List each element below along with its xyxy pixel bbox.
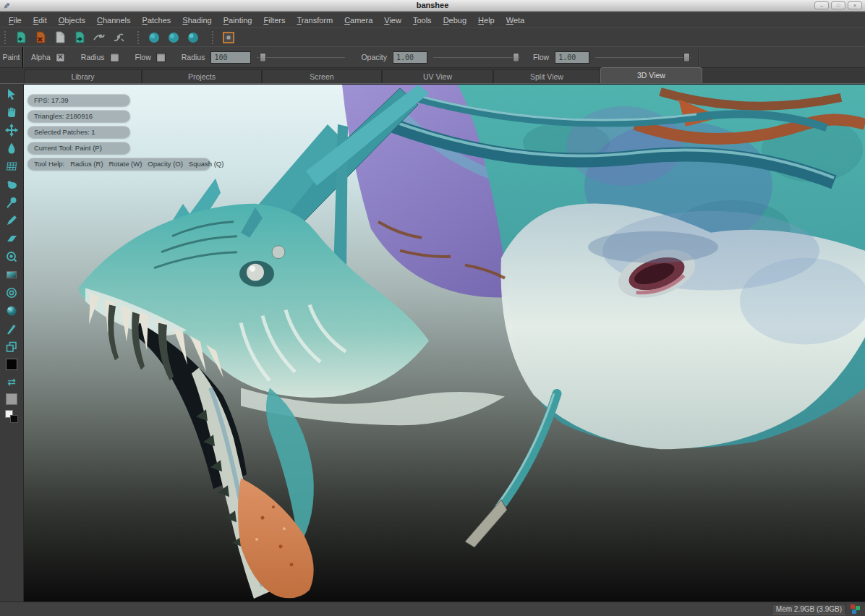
title-bar: ✎ banshee – □ × [0,0,865,12]
menu-patches[interactable]: Patches [137,14,177,27]
projector-icon[interactable] [221,30,236,45]
copy-patch-icon[interactable] [5,341,18,354]
clone-tool-icon[interactable] [5,250,18,263]
fg-bg-colors-icon[interactable] [5,410,18,423]
menu-objects[interactable]: Objects [53,14,91,27]
3d-viewport[interactable]: FPS: 17.39 Triangles: 2180916 Selected P… [24,84,865,602]
delete-document-icon[interactable] [33,30,48,45]
viewport-hud: FPS: 17.39 Triangles: 2180916 Selected P… [27,94,210,170]
maximize-button[interactable]: □ [831,1,845,9]
tab-3d-view[interactable]: 3D View [600,67,702,83]
menu-edit[interactable]: Edit [27,14,53,27]
foreground-color-swatch[interactable] [6,359,17,370]
current-tool-label: Paint [0,47,24,67]
paint-properties-bar: Paint Alpha ✕ Radius Flow Radius Opacity… [0,46,865,68]
tab-uv-view[interactable]: UV View [382,69,493,83]
warp-grid-icon[interactable] [5,160,18,173]
flow-slider-thumb[interactable] [683,53,690,62]
blur-droplet-icon[interactable] [5,142,18,155]
flow-toggle-label: Flow [135,53,151,61]
tab-library[interactable]: Library [24,69,142,83]
eraser-tool-icon[interactable] [5,232,18,245]
slice-tool-icon[interactable] [5,322,18,335]
radius-slider[interactable] [257,50,345,64]
menu-weta[interactable]: Weta [500,14,530,27]
view-tab-bar: Library Projects Screen UV View Split Vi… [0,68,865,84]
opacity-label: Opacity [361,53,387,61]
menu-painting[interactable]: Painting [218,14,258,27]
toolbar-handle[interactable] [212,31,216,44]
menu-channels[interactable]: Channels [91,14,137,27]
menu-debug[interactable]: Debug [438,14,472,27]
menu-shading[interactable]: Shading [176,14,217,27]
close-button[interactable]: × [848,1,862,9]
memory-usage: Mem 2.9GB (3.9GB) [772,604,846,615]
node-curve-icon[interactable] [111,30,126,45]
toolbar-handle[interactable] [137,31,141,44]
menu-transform[interactable]: Transform [291,14,338,27]
pan-tool-icon[interactable] [5,106,18,119]
tab-screen[interactable]: Screen [262,69,382,83]
hud-fps: FPS: 17.39 [27,94,130,106]
radius-checkbox[interactable] [110,53,119,62]
menu-bar: File Edit Objects Channels Patches Shadi… [0,12,865,27]
hud-tool-help: Tool Help: Radius (R) Rotate (W) Opacity… [27,158,210,170]
main-toolbar [0,27,865,46]
flow-label: Flow [533,53,549,61]
menu-camera[interactable]: Camera [338,14,378,27]
flow-slider[interactable] [595,50,691,64]
flow-field[interactable] [555,51,589,64]
tool-palette: ⇄ [0,84,24,602]
hud-triangles: Triangles: 2180916 [27,110,130,122]
brush-large-icon[interactable] [186,30,200,45]
tab-projects[interactable]: Projects [142,69,262,83]
brush-small-icon[interactable] [147,30,161,45]
sphere-paint-icon[interactable] [5,304,18,317]
gradient-tool-icon[interactable] [5,268,18,281]
radius-label: Radius [182,53,205,61]
alpha-label: Alpha [31,53,51,61]
alpha-checkbox[interactable]: ✕ [56,53,65,62]
save-document-icon[interactable] [53,30,67,45]
flow-checkbox[interactable] [156,53,166,62]
opacity-slider[interactable] [433,50,520,64]
hud-current-tool: Current Tool: Paint (P) [27,142,130,154]
menu-tools[interactable]: Tools [407,14,438,27]
toolbar-handle[interactable] [4,31,8,44]
background-color-swatch[interactable] [6,393,17,405]
pin-tool-icon[interactable] [5,196,18,209]
menu-file[interactable]: File [3,14,27,27]
minimize-button[interactable]: – [814,1,829,9]
transform-tool-icon[interactable] [5,124,18,137]
hud-selected-patches: Selected Patches: 1 [27,126,130,138]
radial-tool-icon[interactable] [5,286,18,299]
status-bar: Mem 2.9GB (3.9GB) [0,602,865,616]
rgb-channels-icon[interactable] [851,604,860,614]
menu-filters[interactable]: Filters [257,14,291,27]
pen-curve-icon[interactable] [92,30,106,45]
select-tool-icon[interactable] [5,87,18,100]
opacity-field[interactable] [393,51,427,64]
brush-medium-icon[interactable] [166,30,181,45]
new-document-icon[interactable] [14,30,28,45]
tab-split-view[interactable]: Split View [493,69,600,83]
swap-colors-icon[interactable]: ⇄ [5,375,18,388]
radius-toggle-label: Radius [81,53,105,61]
radius-field[interactable] [210,51,251,64]
paintbar-separator [698,49,699,65]
radius-slider-thumb[interactable] [260,53,266,62]
import-document-icon[interactable] [72,30,87,45]
menu-help[interactable]: Help [472,14,500,27]
pencil-tool-icon[interactable] [5,214,18,227]
window-title: banshee [0,0,865,11]
opacity-slider-thumb[interactable] [513,53,519,62]
menu-view[interactable]: View [378,14,407,27]
paint-blob-icon[interactable] [5,178,18,191]
